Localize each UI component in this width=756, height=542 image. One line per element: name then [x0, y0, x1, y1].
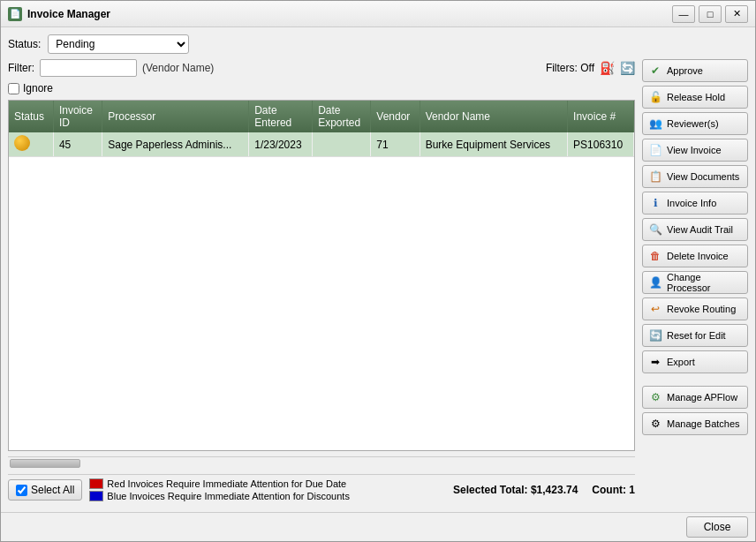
- legend-blue: Blue Invoices Require Immediate Attentio…: [89, 491, 350, 501]
- action-buttons-panel: ✔ Approve 🔓 Release Hold 👥 Reviewer(s) 📄…: [642, 59, 748, 505]
- content-area: Status: Pending Approved On Hold Exporte…: [1, 27, 755, 512]
- view-documents-icon: 📋: [648, 169, 662, 184]
- scrollbar-thumb: [10, 459, 80, 468]
- minimize-button[interactable]: —: [672, 5, 695, 23]
- filter-label: Filter:: [8, 62, 34, 74]
- cell-invoice-id: 45: [53, 132, 102, 157]
- filter-right: Filters: Off ⛽ 🔄: [546, 61, 635, 75]
- status-row: Status: Pending Approved On Hold Exporte…: [8, 34, 748, 54]
- export-button[interactable]: ➡ Export: [642, 350, 748, 373]
- delete-invoice-button[interactable]: 🗑 Delete Invoice: [642, 245, 748, 267]
- col-status: Status: [9, 101, 53, 132]
- filter-row: Filter: (Vendor Name) Filters: Off ⛽ 🔄: [8, 59, 635, 77]
- legend: Red Invoices Require Immediate Attention…: [89, 478, 350, 501]
- close-window-button[interactable]: ✕: [725, 5, 748, 23]
- col-vendor-name: Vendor Name: [420, 101, 567, 132]
- reviewers-button[interactable]: 👥 Reviewer(s): [642, 112, 748, 135]
- release-hold-icon: 🔓: [648, 90, 662, 104]
- table-header-row: Status InvoiceID Processor DateEntered D…: [9, 101, 634, 132]
- approve-icon: ✔: [648, 64, 662, 78]
- select-all-button[interactable]: Select All: [8, 479, 82, 501]
- view-invoice-icon: 📄: [648, 143, 662, 157]
- manage-batches-icon: ⚙: [648, 417, 662, 431]
- select-all-checkbox[interactable]: [16, 485, 27, 496]
- refresh-icon[interactable]: 🔄: [620, 61, 635, 75]
- ignore-checkbox[interactable]: [8, 83, 19, 94]
- select-all-label: Select All: [31, 484, 74, 496]
- view-invoice-button[interactable]: 📄 View Invoice: [642, 139, 748, 162]
- manage-apflow-button[interactable]: ⚙ Manage APFlow: [642, 386, 748, 409]
- legend-red: Red Invoices Require Immediate Attention…: [89, 478, 350, 489]
- col-processor: Processor: [102, 101, 249, 132]
- table-row[interactable]: 45 Sage Paperless Adminis... 1/23/2023 7…: [9, 132, 634, 157]
- view-audit-trail-icon: 🔍: [648, 222, 662, 237]
- approve-button[interactable]: ✔ Approve: [642, 59, 748, 82]
- filter-input[interactable]: [40, 59, 137, 77]
- title-bar: 📄 Invoice Manager — □ ✕: [1, 1, 755, 27]
- window-controls: — □ ✕: [672, 5, 748, 23]
- invoice-table-container: Status InvoiceID Processor DateEntered D…: [8, 100, 635, 451]
- cell-processor: Sage Paperless Adminis...: [102, 132, 249, 157]
- cell-date-exported: [313, 132, 371, 157]
- view-documents-button[interactable]: 📋 View Documents: [642, 165, 748, 188]
- reset-for-edit-icon: 🔄: [648, 328, 662, 343]
- close-button[interactable]: Close: [686, 516, 748, 538]
- cell-vendor-name: Burke Equipment Services: [420, 132, 567, 157]
- legend-blue-text: Blue Invoices Require Immediate Attentio…: [107, 491, 350, 501]
- ignore-row: Ignore: [8, 82, 635, 94]
- invoice-info-icon: ℹ: [648, 196, 662, 210]
- cell-invoice-num: PS106310: [568, 132, 634, 157]
- invoice-manager-window: 📄 Invoice Manager — □ ✕ Status: Pending …: [0, 0, 756, 542]
- change-processor-icon: 👤: [648, 275, 662, 290]
- reviewers-icon: 👥: [648, 117, 662, 131]
- delete-invoice-icon: 🗑: [648, 249, 662, 263]
- footer: Close: [1, 512, 755, 541]
- release-hold-button[interactable]: 🔓 Release Hold: [642, 86, 748, 109]
- reset-for-edit-button[interactable]: 🔄 Reset for Edit: [642, 324, 748, 347]
- revoke-routing-icon: ↩: [648, 302, 662, 316]
- col-invoice-num: Invoice #: [568, 101, 634, 132]
- invoice-table: Status InvoiceID Processor DateEntered D…: [9, 101, 634, 157]
- legend-red-color: [89, 478, 103, 489]
- manage-batches-button[interactable]: ⚙ Manage Batches: [642, 412, 748, 435]
- main-section: Filter: (Vendor Name) Filters: Off ⛽ 🔄 I…: [8, 59, 748, 505]
- cell-status: [9, 132, 53, 157]
- cell-date-entered: 1/23/2023: [249, 132, 313, 157]
- col-vendor: Vendor: [371, 101, 420, 132]
- app-icon: 📄: [8, 7, 22, 21]
- change-processor-button[interactable]: 👤 Change Processor: [642, 271, 748, 294]
- manage-apflow-icon: ⚙: [648, 390, 662, 404]
- ignore-label: Ignore: [23, 82, 53, 94]
- filters-off-label: Filters: Off: [546, 62, 594, 74]
- legend-red-text: Red Invoices Require Immediate Attention…: [107, 478, 346, 489]
- button-separator: [642, 377, 748, 382]
- legend-blue-color: [89, 491, 103, 501]
- col-date-entered: DateEntered: [249, 101, 313, 132]
- status-circle-icon: [14, 135, 30, 151]
- bottom-bar: Select All Red Invoices Require Immediat…: [8, 474, 635, 505]
- col-date-exported: DateExported: [313, 101, 371, 132]
- col-invoice-id: InvoiceID: [53, 101, 102, 132]
- window-title: Invoice Manager: [27, 8, 672, 20]
- maximize-button[interactable]: □: [699, 5, 722, 23]
- funnel-icon: ⛽: [600, 61, 615, 75]
- count: Count: 1: [592, 484, 635, 496]
- status-select[interactable]: Pending Approved On Hold Exported: [48, 34, 189, 54]
- export-icon: ➡: [648, 355, 662, 369]
- left-panel: Filter: (Vendor Name) Filters: Off ⛽ 🔄 I…: [8, 59, 635, 505]
- invoice-info-button[interactable]: ℹ Invoice Info: [642, 192, 748, 215]
- revoke-routing-button[interactable]: ↩ Revoke Routing: [642, 297, 748, 320]
- cell-vendor: 71: [371, 132, 420, 157]
- horizontal-scrollbar[interactable]: [8, 456, 635, 469]
- view-audit-trail-button[interactable]: 🔍 View Audit Trail: [642, 218, 748, 241]
- totals: Selected Total: $1,423.74 Count: 1: [453, 484, 635, 496]
- filter-type-label: (Vendor Name): [142, 62, 214, 74]
- status-label: Status:: [8, 38, 41, 50]
- selected-total: Selected Total: $1,423.74: [453, 484, 578, 496]
